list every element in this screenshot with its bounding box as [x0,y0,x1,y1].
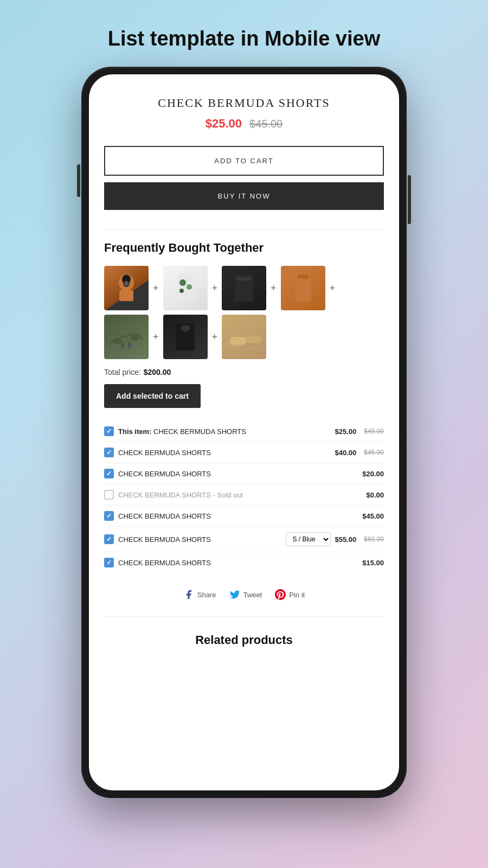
item-price-5: $45.00 [362,512,384,520]
fbt-product-4[interactable] [281,266,325,310]
add-to-cart-button[interactable]: ADD TO CART [104,146,384,176]
fbt-plus-6: + [211,331,219,343]
item-price-6: $55.00 [335,535,357,544]
phone-screen: CHECK BERMUDA SHORTS $25.00 $45.00 ADD T… [89,74,399,790]
item-name-1: This item: CHECK BERMUDA SHORTS [118,427,331,436]
svg-rect-12 [297,275,309,279]
svg-rect-1 [119,290,133,301]
related-products-title: Related products [104,628,384,658]
svg-rect-21 [230,337,246,344]
twitter-icon [229,589,240,600]
related-divider [104,616,384,617]
social-share-row: Share Tweet Pin it [104,589,384,600]
fbt-title: Frequently Bought Together [104,241,384,255]
item-checkbox-7[interactable] [104,558,114,567]
fbt-product-1[interactable] [104,266,149,310]
share-facebook-button[interactable]: Share [183,589,216,600]
item-price-2: $40.00 [335,449,357,457]
fbt-product-7[interactable] [222,315,266,359]
item-checkbox-1[interactable] [104,426,114,436]
fbt-plus-2: + [211,283,219,294]
svg-rect-16 [128,341,131,349]
table-row: CHECK BERMUDA SHORTS $15.00 [104,552,384,573]
svg-point-8 [179,289,184,293]
item-name-5: CHECK BERMUDA SHORTS [118,512,358,520]
table-row: CHECK BERMUDA SHORTS $40.00 $45.00 [104,442,384,463]
table-row: CHECK BERMUDA SHORTS S / Blue M / Blue L… [104,527,384,552]
variant-select-6[interactable]: S / Blue M / Blue L / Blue [286,532,331,546]
item-original-price-6: $60.00 [364,535,384,543]
svg-point-18 [181,325,190,331]
facebook-icon [183,589,194,600]
fbt-plus-3: + [269,283,278,294]
fbt-plus-1: + [152,283,160,294]
add-selected-to-cart-button[interactable]: Add selected to cart [104,384,201,408]
sale-price: $25.00 [206,117,242,131]
item-price-7: $15.00 [362,559,384,567]
item-checkbox-3[interactable] [104,469,114,478]
svg-point-4 [124,282,129,286]
item-label-1: CHECK BERMUDA SHORTS [153,427,246,436]
item-name-2: CHECK BERMUDA SHORTS [118,449,331,457]
svg-point-7 [187,284,192,290]
fbt-images-row-1: + + [104,266,384,310]
svg-rect-22 [246,336,261,343]
buy-it-now-button[interactable]: BUY IT NOW [104,182,384,210]
item-price-1: $25.00 [335,427,357,436]
fbt-total-row: Total price: $200.00 [104,368,384,376]
price-row: $25.00 $45.00 [104,117,384,131]
page-title: List template in Mobile view [108,27,381,50]
item-checkbox-2[interactable] [104,448,114,457]
item-list: This item: CHECK BERMUDA SHORTS $25.00 $… [104,421,384,573]
fbt-product-6[interactable] [163,315,208,359]
fbt-total-label: Total price: [104,368,141,376]
item-checkbox-6[interactable] [104,534,114,544]
svg-rect-10 [237,277,251,280]
fbt-plus-4: + [329,283,337,294]
table-row: This item: CHECK BERMUDA SHORTS $25.00 $… [104,421,384,442]
item-price-3: $20.00 [362,470,384,478]
item-price-4: $0.00 [366,491,384,499]
product-name: CHECK BERMUDA SHORTS [104,96,384,110]
svg-point-6 [179,279,186,286]
fbt-plus-5: + [152,331,160,343]
item-checkbox-4[interactable] [104,490,114,500]
svg-point-14 [130,335,139,341]
original-price: $45.00 [249,118,282,130]
tweet-label: Tweet [243,591,262,599]
svg-rect-15 [121,341,124,349]
table-row: CHECK BERMUDA SHORTS $45.00 [104,506,384,527]
share-pinterest-button[interactable]: Pin it [275,589,305,600]
svg-point-13 [113,339,121,344]
phone-frame: CHECK BERMUDA SHORTS $25.00 $45.00 ADD T… [81,67,407,798]
fbt-product-3[interactable] [222,266,266,310]
fbt-total-price: $200.00 [144,368,171,376]
fbt-images-row-2: + + [104,315,384,359]
table-row: CHECK BERMUDA SHORTS $20.00 [104,463,384,484]
item-name-6: CHECK BERMUDA SHORTS [118,535,281,544]
item-name-7: CHECK BERMUDA SHORTS [118,559,358,567]
table-row: CHECK BERMUDA SHORTS - Sold out $0.00 [104,484,384,506]
item-name-4: CHECK BERMUDA SHORTS - Sold out [118,491,362,499]
share-label: Share [197,591,216,599]
pin-label: Pin it [289,591,305,599]
item-prefix-1: This item: [118,427,151,436]
item-original-price-1: $45.00 [364,427,384,435]
item-checkbox-5[interactable] [104,511,114,521]
item-original-price-2: $45.00 [364,449,384,456]
pinterest-icon [275,589,286,600]
fbt-product-2[interactable] [163,266,208,310]
fbt-product-5[interactable] [104,315,149,359]
divider [104,229,384,230]
fbt-section: Frequently Bought Together + [104,241,384,573]
item-name-3: CHECK BERMUDA SHORTS [118,470,358,478]
share-twitter-button[interactable]: Tweet [229,589,262,600]
